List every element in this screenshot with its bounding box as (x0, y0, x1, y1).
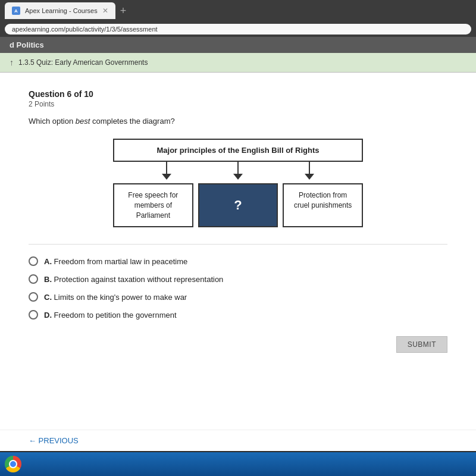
divider (29, 244, 447, 245)
tab-title: Apex Learning - Courses (25, 7, 98, 14)
arrows-row (113, 162, 363, 183)
answer-label-b: B. Protection against taxation without r… (44, 275, 223, 284)
answer-label-a: A. Freedom from martial law in peacetime (44, 257, 187, 266)
diagram: Major principles of the English Bill of … (113, 139, 363, 227)
radio-c[interactable] (29, 292, 38, 302)
arrow-right (305, 162, 314, 180)
quiz-breadcrumb: 1.3.5 Quiz: Early American Governments (18, 58, 148, 67)
arrow-shaft-center (237, 162, 239, 174)
active-tab[interactable]: A Apex Learning - Courses ✕ (5, 2, 115, 19)
radio-d[interactable] (29, 310, 38, 320)
new-tab-button[interactable]: + (118, 5, 129, 17)
arrow-head-left (162, 174, 171, 180)
tab-bar: A Apex Learning - Courses ✕ + (5, 2, 129, 19)
answer-option-c[interactable]: C. Limits on the king's power to make wa… (29, 292, 447, 302)
page-title: d Politics (10, 40, 44, 49)
tab-close-button[interactable]: ✕ (102, 7, 108, 15)
diagram-box-right: Protection from cruel punishments (283, 183, 363, 227)
answer-choices: A. Freedom from martial law in peacetime… (29, 256, 447, 320)
previous-link[interactable]: ← PREVIOUS (29, 436, 79, 445)
diagram-box-middle: ? (198, 183, 278, 227)
arrow-left (162, 162, 171, 180)
arrow-shaft-left (166, 162, 167, 174)
arrow-shaft-right (309, 162, 310, 174)
answer-option-b[interactable]: B. Protection against taxation without r… (29, 274, 447, 284)
question-points: 2 Points (29, 100, 447, 108)
bottom-nav: ← PREVIOUS (0, 430, 476, 451)
answer-option-d[interactable]: D. Freedom to petition the government (29, 310, 447, 320)
answer-label-d: D. Freedom to petition the government (44, 311, 177, 320)
submit-row: SUBMIT (29, 336, 447, 353)
question-number: Question 6 of 10 (29, 89, 447, 99)
radio-b[interactable] (29, 274, 38, 284)
answer-option-a[interactable]: A. Freedom from martial law in peacetime (29, 256, 447, 266)
browser-chrome: A Apex Learning - Courses ✕ + (0, 0, 476, 21)
arrow-head-right (305, 174, 314, 180)
address-bar[interactable]: apexlearning.com/public/activity/1/3/5/a… (5, 24, 471, 35)
main-content: Question 6 of 10 2 Points Which option b… (0, 73, 476, 430)
quiz-header: ↑ 1.3.5 Quiz: Early American Governments (0, 53, 476, 73)
tab-favicon: A (12, 7, 20, 15)
diagram-box-left: Free speech for members of Parliament (113, 183, 193, 227)
answer-label-c: C. Limits on the king's power to make wa… (44, 293, 187, 302)
radio-a[interactable] (29, 256, 38, 266)
arrow-head-center (233, 174, 243, 180)
address-bar-row: apexlearning.com/public/activity/1/3/5/a… (0, 21, 476, 37)
page-header: d Politics (0, 37, 476, 53)
bottom-boxes: Free speech for members of Parliament ? … (113, 183, 363, 227)
diagram-top-box: Major principles of the English Bill of … (113, 139, 363, 162)
arrow-center (233, 162, 243, 180)
question-text: Which option best completes the diagram? (29, 117, 447, 126)
taskbar-chrome-icon[interactable] (5, 456, 21, 472)
submit-button[interactable]: SUBMIT (396, 336, 447, 353)
breadcrumb-icon: ↑ (10, 58, 14, 67)
taskbar (0, 452, 476, 476)
